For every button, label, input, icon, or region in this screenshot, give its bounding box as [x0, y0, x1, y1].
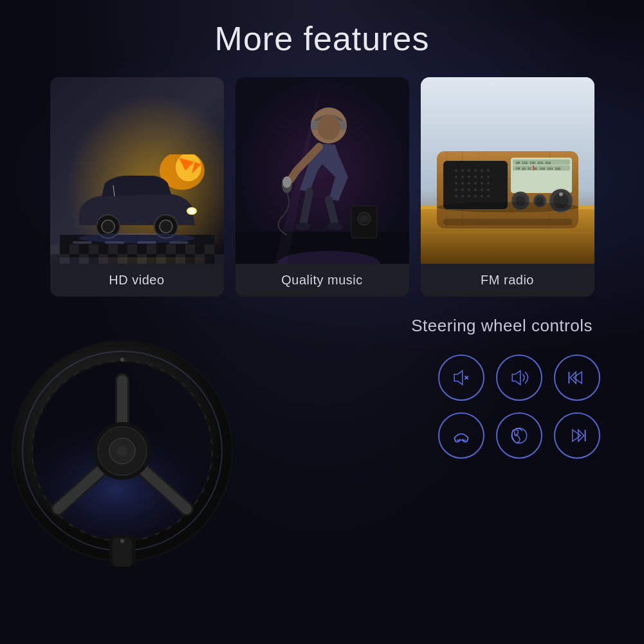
svg-rect-16: [50, 244, 60, 254]
controls-grid: [438, 354, 605, 464]
svg-rect-32: [195, 254, 205, 264]
svg-point-72: [468, 182, 470, 185]
svg-rect-26: [79, 254, 89, 264]
svg-point-66: [468, 176, 470, 178]
svg-point-82: [455, 195, 457, 198]
svg-text:FM 88 92 96 100 104 108: FM 88 92 96 100 104 108: [516, 167, 560, 170]
car-illustration: [60, 154, 214, 257]
svg-rect-57: [443, 161, 508, 209]
radio-illustration: AM 150 190 250 350 FM 88 92 96 100 104 1…: [421, 77, 594, 264]
svg-point-58: [455, 169, 457, 172]
svg-point-62: [481, 169, 483, 172]
volume-up-icon: [508, 366, 531, 389]
svg-point-64: [455, 176, 457, 178]
feature-card-hd-video: HD video: [50, 77, 224, 297]
hd-video-image: [50, 77, 224, 264]
svg-point-46: [360, 215, 368, 223]
skip-back-icon: [566, 366, 589, 389]
quality-music-image: [235, 77, 409, 264]
bottom-section: Steering wheel controls: [0, 303, 644, 560]
svg-marker-116: [454, 371, 463, 385]
steering-wheel-image: [0, 322, 244, 567]
svg-point-100: [559, 192, 563, 196]
svg-point-63: [487, 169, 490, 172]
svg-point-83: [461, 195, 464, 198]
svg-rect-24: [205, 244, 214, 254]
svg-point-68: [481, 176, 483, 178]
svg-point-86: [481, 195, 483, 198]
feature-cards-row: HD video: [50, 77, 594, 297]
svg-rect-38: [340, 121, 346, 130]
svg-rect-4: [73, 241, 92, 244]
svg-point-87: [487, 195, 490, 198]
page-title: More features: [215, 19, 430, 58]
svg-rect-28: [118, 254, 127, 264]
svg-rect-20: [127, 244, 137, 254]
hang-up-icon: [450, 424, 473, 447]
feature-card-quality-music: Quality music: [235, 77, 409, 297]
svg-rect-33: [214, 254, 224, 264]
svg-point-75: [487, 182, 490, 185]
svg-point-70: [455, 182, 457, 185]
svg-rect-23: [185, 244, 195, 254]
svg-point-81: [487, 189, 490, 191]
svg-marker-125: [573, 430, 581, 441]
svg-point-65: [461, 176, 464, 178]
fm-radio-image: AM 150 190 250 350 FM 88 92 96 100 104 1…: [421, 77, 594, 264]
svg-rect-101: [443, 219, 572, 225]
svg-point-69: [487, 176, 490, 178]
svg-rect-25: [60, 254, 69, 264]
hd-video-label: HD video: [50, 264, 224, 297]
svg-point-41: [282, 176, 291, 188]
svg-rect-18: [89, 244, 98, 254]
svg-point-85: [474, 195, 477, 198]
svg-rect-27: [98, 254, 108, 264]
svg-point-114: [120, 358, 124, 362]
svg-point-84: [468, 195, 470, 198]
volume-down-icon: [450, 366, 473, 389]
svg-point-13: [160, 220, 172, 233]
steering-wheel-controls-heading: Steering wheel controls: [411, 316, 593, 336]
svg-point-9: [189, 208, 195, 214]
skip-back-button[interactable]: [554, 354, 600, 401]
quality-music-label: Quality music: [235, 264, 409, 297]
svg-point-76: [455, 189, 457, 191]
volume-down-button[interactable]: [438, 354, 484, 401]
svg-point-71: [461, 182, 464, 185]
svg-point-73: [474, 182, 477, 185]
answer-call-button[interactable]: [496, 412, 542, 459]
svg-point-80: [481, 189, 483, 191]
svg-point-61: [474, 169, 477, 172]
svg-rect-30: [156, 254, 166, 264]
steering-wheel-container: [0, 322, 244, 567]
svg-point-115: [120, 539, 124, 543]
svg-point-11: [102, 220, 115, 233]
svg-point-102: [437, 202, 578, 212]
svg-rect-22: [166, 244, 176, 254]
hang-up-button[interactable]: [438, 412, 484, 459]
svg-rect-21: [147, 244, 156, 254]
svg-rect-17: [69, 244, 79, 254]
skip-forward-button[interactable]: [554, 412, 600, 459]
checkered-ground: [50, 244, 224, 264]
skip-forward-icon: [566, 424, 589, 447]
svg-point-77: [461, 189, 464, 191]
svg-rect-19: [108, 244, 118, 254]
svg-point-79: [474, 189, 477, 191]
fm-radio-label: FM radio: [421, 264, 594, 297]
svg-marker-120: [574, 372, 582, 383]
svg-rect-29: [137, 254, 147, 264]
singer-illustration: [235, 77, 409, 264]
svg-point-110: [117, 446, 127, 456]
answer-call-icon: [508, 424, 531, 447]
svg-point-59: [461, 169, 464, 172]
svg-point-42: [295, 223, 311, 230]
volume-up-button[interactable]: [496, 354, 542, 401]
svg-point-60: [468, 169, 470, 172]
feature-card-fm-radio: AM 150 190 250 350 FM 88 92 96 100 104 1…: [421, 77, 594, 297]
svg-point-78: [468, 189, 470, 191]
svg-point-14: [79, 233, 195, 243]
svg-point-74: [481, 182, 483, 185]
svg-marker-119: [512, 371, 520, 385]
svg-point-67: [474, 176, 477, 178]
